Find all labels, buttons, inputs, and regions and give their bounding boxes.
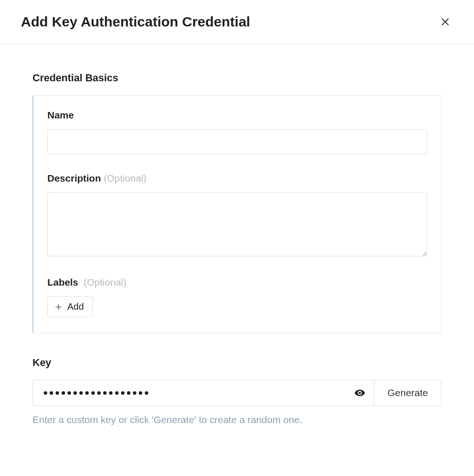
generate-button[interactable]: Generate: [374, 380, 442, 406]
reveal-key-button[interactable]: [351, 385, 368, 401]
description-label: Description (Optional): [47, 173, 427, 184]
credential-basics-heading: Credential Basics: [32, 72, 442, 84]
description-textarea[interactable]: [47, 192, 427, 256]
key-input[interactable]: [33, 380, 374, 405]
eye-icon: [354, 387, 365, 398]
name-input[interactable]: [47, 129, 427, 154]
plus-icon: [54, 303, 63, 311]
labels-label: Labels (Optional): [47, 277, 427, 288]
key-input-wrap: [32, 380, 374, 406]
labels-label-text: Labels: [47, 277, 78, 287]
name-label: Name: [47, 110, 427, 121]
labels-optional-suffix: (Optional): [84, 277, 126, 287]
close-button[interactable]: [437, 14, 453, 30]
key-heading: Key: [32, 357, 442, 369]
add-label-button[interactable]: Add: [47, 296, 93, 317]
description-optional-suffix: (Optional): [104, 173, 146, 183]
key-help-text: Enter a custom key or click 'Generate' t…: [32, 414, 442, 425]
description-label-text: Description: [47, 173, 101, 183]
add-label-text: Add: [67, 301, 84, 312]
close-icon: [440, 17, 450, 27]
dialog-title: Add Key Authentication Credential: [21, 14, 250, 30]
credential-basics-card: Name Description (Optional) Labels (Opti…: [32, 95, 442, 333]
